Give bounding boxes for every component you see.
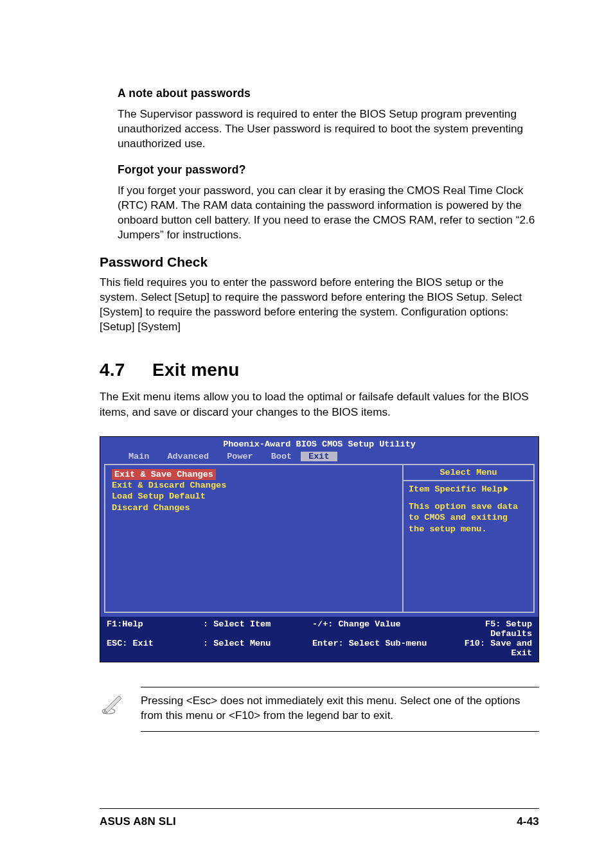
legend-select-menu: : Select Menu [203,639,312,658]
legend-esc: ESC: Exit [107,639,203,658]
bios-tab-power[interactable]: Power [218,452,262,461]
heading-exit-menu: 4.7Exit menu [100,360,539,380]
para-note-passwords: The Supervisor password is required to e… [118,107,539,152]
section-number: 4.7 [100,360,152,380]
bios-items-panel: Exit & Save Changes Exit & Discard Chang… [104,464,402,613]
bios-tab-exit[interactable]: Exit [301,452,337,461]
bios-title: Phoenix-Award BIOS CMOS Setup Utility [100,437,538,450]
bios-item-exit-discard[interactable]: Exit & Discard Changes [112,480,396,491]
legend-f5: F5: Setup Defaults [441,619,532,639]
legend-f10: F10: Save and Exit [441,639,532,658]
heading-forgot-password: Forgot your password? [118,163,539,177]
para-exit-menu: The Exit menu items allow you to load th… [100,389,539,419]
bios-help-text: This option save data to CMOS and exitin… [409,501,528,535]
bios-item-load-default[interactable]: Load Setup Default [112,491,396,502]
footer-product: ASUS A8N SLI [100,815,176,828]
bios-help-panel-title: Select Menu [402,464,535,481]
legend-select-item: : Select Item [203,619,312,639]
triangle-right-icon [504,486,508,492]
page-footer: ASUS A8N SLI 4-43 [100,808,539,828]
bios-help-title: Item Specific Help [409,484,502,495]
legend-change-value: -/+: Change Value [312,619,441,639]
para-forgot-password: If you forget your password, you can cle… [118,183,539,243]
section-title: Exit menu [152,360,240,380]
bios-help-panel: Item Specific Help This option save data… [402,481,535,613]
bios-menubar: Main Advanced Power Boot Exit [100,450,538,464]
bios-item-discard-changes[interactable]: Discard Changes [112,502,396,513]
bios-screenshot: Phoenix-Award BIOS CMOS Setup Utility Ma… [100,436,539,662]
pencil-note-icon [100,687,128,719]
bios-legend-bar: F1:Help : Select Item -/+: Change Value … [100,617,538,662]
bios-tab-boot[interactable]: Boot [262,452,301,461]
legend-f1: F1:Help [107,619,203,639]
bios-item-exit-save[interactable]: Exit & Save Changes [112,469,216,480]
bios-tab-advanced[interactable]: Advanced [158,452,218,461]
legend-enter: Enter: Select Sub-menu [312,639,441,658]
heading-note-passwords: A note about passwords [118,87,539,100]
para-password-check: This field requires you to enter the pas… [100,275,539,335]
bios-tab-main[interactable]: Main [120,452,158,461]
note-text: Pressing <Esc> does not immediately exit… [141,687,539,732]
footer-page-number: 4-43 [517,815,539,828]
heading-password-check: Password Check [100,254,539,270]
